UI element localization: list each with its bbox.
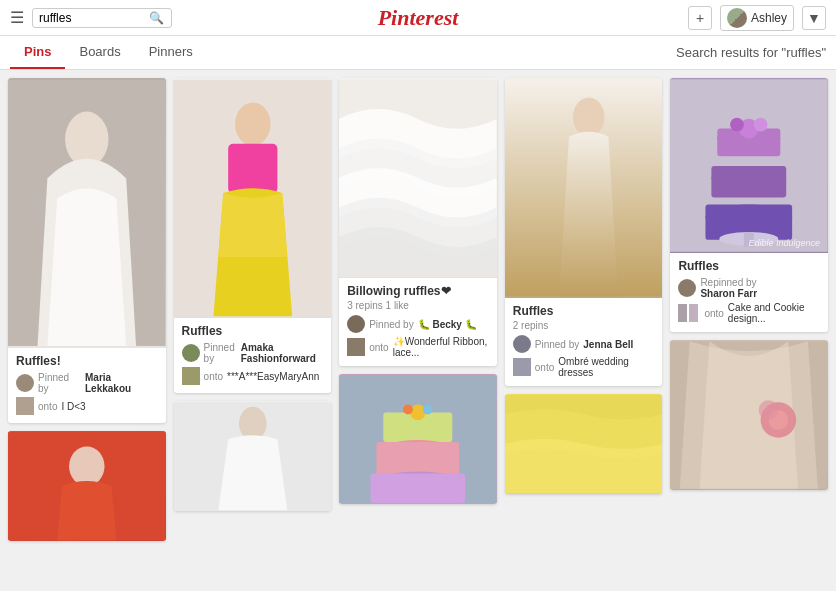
pin-image <box>174 401 332 511</box>
main-content: Ruffles! Pinned by Maria Lekkakou onto I… <box>0 70 836 549</box>
svg-rect-14 <box>377 442 460 475</box>
pinner-avatar <box>347 315 365 333</box>
pin-title: Ruffles! <box>16 354 158 368</box>
pinner-avatar <box>513 335 531 353</box>
svg-point-1 <box>65 112 108 167</box>
pin-user-row: Pinned by 🐛 Becky 🐛 <box>347 315 489 333</box>
board-name[interactable]: I D<3 <box>61 401 85 412</box>
tab-pins[interactable]: Pins <box>10 36 65 69</box>
featured-image-svg <box>670 78 828 253</box>
column-5: Edible Indulgence Ruffles Repinned by Sh… <box>670 78 828 541</box>
column-4: Ruffles 2 repins Pinned by Jenna Bell on… <box>505 78 663 541</box>
column-1: Ruffles! Pinned by Maria Lekkakou onto I… <box>8 78 166 541</box>
search-icon[interactable]: 🔍 <box>149 11 164 25</box>
column-2: Ruffles Pinned by Amaka Fashionforward o… <box>174 78 332 541</box>
board-name[interactable]: Cake and Cookie design... <box>728 302 820 324</box>
pinner-name[interactable]: Jenna Bell <box>583 339 633 350</box>
tabs-bar: Pins Boards Pinners Search results for "… <box>0 36 836 70</box>
search-results-label: Search results for "ruffles" <box>676 45 826 60</box>
pin-user-row: Pinned by Amaka Fashionforward <box>182 342 324 364</box>
svg-point-39 <box>759 400 779 420</box>
pinner-name[interactable]: Amaka Fashionforward <box>241 342 323 364</box>
svg-rect-6 <box>228 144 277 193</box>
search-box: 🔍 <box>32 8 172 28</box>
pinned-by-label: Pinned by <box>204 342 237 364</box>
repinner-name[interactable]: Sharon Farr <box>700 288 757 299</box>
pinned-by-label: Pinned by <box>38 372 81 394</box>
menu-icon[interactable]: ☰ <box>10 8 24 27</box>
pin-title: Ruffles <box>678 259 820 273</box>
pin-image <box>174 78 332 318</box>
pin-image <box>8 78 166 348</box>
pin-image-svg <box>670 340 828 490</box>
svg-point-3 <box>69 447 104 486</box>
pin-card[interactable]: Ruffles 2 repins Pinned by Jenna Bell on… <box>505 78 663 386</box>
pinner-avatar <box>182 344 200 362</box>
pin-card[interactable] <box>670 340 828 490</box>
user-name-label: Ashley <box>751 11 787 25</box>
board-thumb <box>513 358 531 376</box>
pin-image <box>8 431 166 541</box>
column-3: Billowing ruffles❤ 3 repins 1 like Pinne… <box>339 78 497 541</box>
pin-image-svg <box>505 78 663 298</box>
repinned-by-row: Repinned by Sharon Farr <box>678 277 820 299</box>
board-name[interactable]: ✨Wonderful Ribbon, lace... <box>393 336 489 358</box>
pin-onto-row: onto Cake and Cookie design... <box>678 302 820 324</box>
pin-image-svg <box>8 431 166 541</box>
pin-card[interactable] <box>174 401 332 511</box>
svg-point-32 <box>730 118 744 132</box>
pin-card[interactable]: Ruffles! Pinned by Maria Lekkakou onto I… <box>8 78 166 423</box>
add-button[interactable]: + <box>688 6 712 30</box>
pin-meta: 3 repins 1 like <box>347 300 489 311</box>
tab-boards[interactable]: Boards <box>65 36 134 69</box>
pin-title: Ruffles <box>182 324 324 338</box>
user-menu[interactable]: Ashley <box>720 5 794 31</box>
pin-meta: 2 repins <box>513 320 655 331</box>
pinned-by-label: Pinned by <box>369 319 413 330</box>
search-input[interactable] <box>39 11 149 25</box>
onto-label: onto <box>38 401 57 412</box>
pin-info: Ruffles Pinned by Amaka Fashionforward o… <box>174 318 332 393</box>
pin-card[interactable] <box>505 394 663 494</box>
pinned-by-label: Pinned by <box>535 339 579 350</box>
notification-button[interactable]: ▼ <box>802 6 826 30</box>
pin-info: Billowing ruffles❤ 3 repins 1 like Pinne… <box>339 278 497 366</box>
right-featured-card[interactable]: Edible Indulgence Ruffles Repinned by Sh… <box>670 78 828 332</box>
pin-image <box>505 394 663 494</box>
onto-label: onto <box>369 342 388 353</box>
onto-label: onto <box>204 371 223 382</box>
pin-card[interactable] <box>8 431 166 541</box>
board-name[interactable]: Ombré wedding dresses <box>558 356 654 378</box>
board-name[interactable]: ***A***EasyMaryAnn <box>227 371 319 382</box>
pin-onto-row: onto Ombré wedding dresses <box>513 356 655 378</box>
svg-rect-28 <box>712 166 787 198</box>
logo: Pinterest <box>378 5 459 31</box>
pin-info: Ruffles 2 repins Pinned by Jenna Bell on… <box>505 298 663 386</box>
pin-info: Ruffles Repinned by Sharon Farr <box>670 253 828 332</box>
repinned-by-label: Repinned by <box>700 277 757 288</box>
tab-pinners[interactable]: Pinners <box>135 36 207 69</box>
board-thumb <box>347 338 365 356</box>
pin-title: Billowing ruffles❤ <box>347 284 489 298</box>
svg-point-21 <box>573 97 605 136</box>
pin-card[interactable]: Ruffles Pinned by Amaka Fashionforward o… <box>174 78 332 393</box>
pinner-name[interactable]: Maria Lekkakou <box>85 372 158 394</box>
header: ☰ 🔍 Pinterest + Ashley ▼ <box>0 0 836 36</box>
pin-image-svg <box>339 78 497 278</box>
board-thumb <box>16 397 34 415</box>
pin-image-svg <box>8 78 166 348</box>
board-thumb <box>182 367 200 385</box>
pin-image-svg <box>505 394 663 494</box>
header-right: + Ashley ▼ <box>688 5 826 31</box>
pin-image <box>339 374 497 504</box>
pin-onto-row: onto I D<3 <box>16 397 158 415</box>
svg-point-8 <box>239 407 267 440</box>
svg-point-19 <box>423 405 433 415</box>
pin-image <box>339 78 497 278</box>
pin-card[interactable]: Billowing ruffles❤ 3 repins 1 like Pinne… <box>339 78 497 366</box>
pinner-avatar <box>678 279 696 297</box>
pinner-name[interactable]: 🐛 Becky 🐛 <box>418 319 477 330</box>
svg-point-18 <box>403 405 413 415</box>
onto-label: onto <box>704 308 723 319</box>
pin-card[interactable] <box>339 374 497 504</box>
